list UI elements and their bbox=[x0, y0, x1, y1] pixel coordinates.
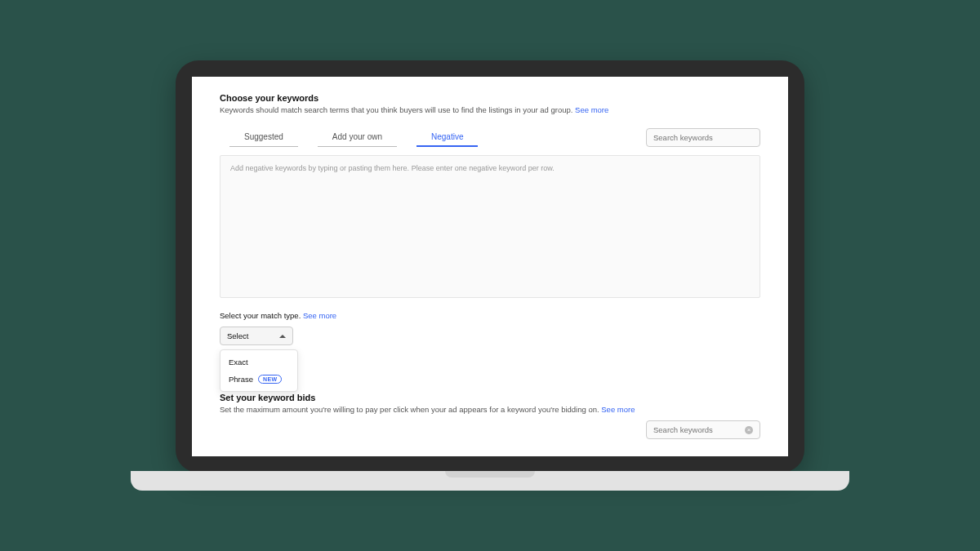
bids-title: Set your keyword bids bbox=[220, 393, 760, 402]
match-type-option-exact[interactable]: Exact bbox=[220, 353, 297, 371]
bids-section: Set your keyword bids Set the maximum am… bbox=[220, 393, 760, 439]
app-screen: Choose your keywords Keywords should mat… bbox=[192, 77, 788, 456]
laptop-mockup: Choose your keywords Keywords should mat… bbox=[131, 60, 849, 491]
search-keywords-box[interactable] bbox=[646, 128, 760, 147]
clear-icon[interactable]: × bbox=[745, 426, 753, 434]
tab-suggested[interactable]: Suggested bbox=[229, 127, 298, 147]
search-keywords-input[interactable] bbox=[653, 133, 753, 142]
bids-desc: Set the maximum amount you're willing to… bbox=[220, 405, 760, 414]
new-badge: NEW bbox=[258, 375, 282, 384]
laptop-base bbox=[131, 471, 849, 491]
match-type-select[interactable]: Select bbox=[220, 327, 293, 345]
tab-negative[interactable]: Negative bbox=[416, 127, 478, 147]
keywords-desc: Keywords should match search terms that … bbox=[220, 105, 760, 114]
keywords-section: Choose your keywords Keywords should mat… bbox=[220, 93, 760, 114]
bids-see-more-link[interactable]: See more bbox=[601, 405, 635, 414]
keywords-see-more-link[interactable]: See more bbox=[575, 105, 608, 114]
laptop-frame: Choose your keywords Keywords should mat… bbox=[176, 60, 804, 473]
negative-keywords-placeholder: Add negative keywords by typing or pasti… bbox=[230, 164, 750, 172]
bids-search-box[interactable]: × bbox=[646, 420, 760, 439]
keywords-tabs: Suggested Add your own Negative bbox=[220, 127, 478, 147]
match-type-select-label: Select bbox=[227, 331, 248, 340]
keywords-title: Choose your keywords bbox=[220, 93, 760, 103]
tab-add-your-own[interactable]: Add your own bbox=[318, 127, 397, 147]
negative-keywords-textarea[interactable]: Add negative keywords by typing or pasti… bbox=[220, 155, 760, 298]
match-type-row: Select your match type. See more Select … bbox=[220, 311, 760, 345]
chevron-up-icon bbox=[279, 335, 286, 338]
match-type-label: Select your match type. bbox=[220, 311, 301, 320]
match-type-option-phrase[interactable]: Phrase NEW bbox=[220, 371, 297, 388]
match-type-dropdown: Exact Phrase NEW bbox=[220, 349, 298, 392]
bids-search-input[interactable] bbox=[653, 425, 745, 434]
match-type-see-more-link[interactable]: See more bbox=[303, 311, 336, 320]
